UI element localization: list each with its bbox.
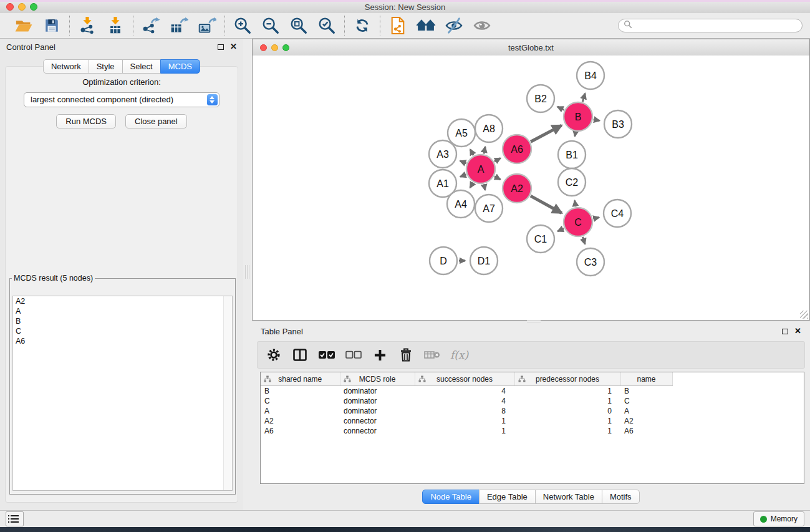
open-file-icon[interactable] <box>13 16 34 36</box>
tab-motifs[interactable]: Motifs <box>602 490 640 504</box>
home-neighbors-icon[interactable] <box>415 16 436 36</box>
mcds-result-item[interactable]: B <box>13 316 232 326</box>
search-field[interactable] <box>618 19 803 32</box>
edge-A-A8[interactable] <box>484 147 485 153</box>
window-resize-grip[interactable] <box>800 311 808 319</box>
column-header-MCDS-role[interactable]: MCDS role <box>340 372 415 386</box>
edge-A6-B[interactable] <box>531 125 561 142</box>
column-layout-icon[interactable] <box>292 346 308 364</box>
edge-C-C3[interactable] <box>583 237 586 244</box>
refresh-icon[interactable] <box>352 16 373 36</box>
control-panel-title: Control Panel <box>6 42 55 52</box>
edge-B-B2[interactable] <box>557 107 564 110</box>
table-row[interactable]: Cdominator41C <box>261 396 672 406</box>
search-input[interactable] <box>635 21 797 31</box>
add-column-icon[interactable] <box>372 346 388 364</box>
vertical-splitter-handle[interactable] <box>245 265 250 279</box>
save-session-icon[interactable] <box>41 16 62 36</box>
edge-C-C2[interactable] <box>575 201 576 207</box>
edge-A-A6[interactable] <box>494 158 501 162</box>
export-table-icon[interactable] <box>168 16 190 36</box>
export-image-icon[interactable] <box>196 16 218 36</box>
table-toolbar: f(x) <box>257 341 805 369</box>
tab-select[interactable]: Select <box>122 59 161 74</box>
node-label-B2: B2 <box>534 94 547 104</box>
tab-style[interactable]: Style <box>89 59 123 74</box>
close-panel-icon[interactable]: ✕ <box>230 44 237 50</box>
float-table-panel-icon[interactable] <box>782 329 788 334</box>
table-row[interactable]: A2connector11A2 <box>261 416 672 426</box>
task-history-button[interactable] <box>6 511 24 526</box>
network-minimize-button[interactable] <box>271 44 278 51</box>
tab-network[interactable]: Network <box>43 59 89 74</box>
edge-A-A5[interactable] <box>470 150 473 156</box>
show-graphics-details-icon[interactable] <box>471 16 493 36</box>
tab-edge-table[interactable]: Edge Table <box>479 490 536 504</box>
export-network-icon[interactable] <box>140 16 162 36</box>
table-row[interactable]: A6connector11A6 <box>261 426 672 436</box>
mcds-result-item[interactable]: C <box>13 326 232 336</box>
mcds-result-item[interactable]: A6 <box>13 336 232 346</box>
function-builder-icon[interactable]: f(x) <box>450 346 468 364</box>
scrollbar-track[interactable] <box>223 296 232 490</box>
edge-A-A4[interactable] <box>470 183 473 188</box>
network-close-button[interactable] <box>260 44 267 51</box>
import-network-icon[interactable] <box>77 16 98 36</box>
app-titlebar[interactable]: Session: New Session <box>0 0 810 14</box>
hide-graphics-details-icon[interactable] <box>443 16 465 36</box>
optimization-select[interactable]: largest connected component (directed) <box>24 92 219 107</box>
edge-A-A1[interactable] <box>460 175 466 177</box>
table-row[interactable]: Bdominator41B <box>261 386 672 397</box>
table-row[interactable]: Adominator80A <box>261 406 672 416</box>
mcds-result-list[interactable]: A2ABCA6 <box>12 296 233 491</box>
edge-A2-C[interactable] <box>531 196 562 213</box>
select-all-columns-icon[interactable] <box>318 346 335 364</box>
zoom-fit-icon[interactable] <box>288 16 309 36</box>
table-cell: A6 <box>620 426 672 436</box>
delete-column-trash-icon[interactable] <box>398 346 414 364</box>
node-table[interactable]: shared nameMCDS rolesuccessor nodesprede… <box>260 372 804 484</box>
float-panel-icon[interactable] <box>218 44 224 50</box>
network-graph[interactable]: B4B2BB3A8A5A6A3B1AC2A1A2A4A7C4CC1DD1C3 <box>253 56 809 320</box>
edge-B-B1[interactable] <box>575 132 576 137</box>
column-header-shared-name[interactable]: shared name <box>261 372 340 386</box>
zoom-in-icon[interactable] <box>232 16 253 36</box>
zoom-selected-icon[interactable] <box>316 16 337 36</box>
edge-C-C1[interactable] <box>557 228 564 231</box>
mcds-result-item[interactable]: A <box>13 306 232 316</box>
edge-A-A7[interactable] <box>484 185 485 190</box>
edge-B-B4[interactable] <box>582 94 585 102</box>
close-panel-button[interactable]: Close panel <box>125 114 187 128</box>
network-zoom-button[interactable] <box>282 44 289 51</box>
deselect-all-columns-icon[interactable] <box>345 346 362 364</box>
edge-A-A2[interactable] <box>494 177 501 180</box>
close-table-panel-icon[interactable]: ✕ <box>794 328 801 334</box>
zoom-out-icon[interactable] <box>260 16 281 36</box>
node-label-A6: A6 <box>511 144 523 155</box>
network-from-file-icon[interactable] <box>387 16 408 36</box>
delete-table-icon[interactable] <box>424 346 440 364</box>
edge-A-A3[interactable] <box>460 161 466 163</box>
node-label-B4: B4 <box>584 70 597 81</box>
node-table-grid: shared nameMCDS rolesuccessor nodesprede… <box>261 372 673 436</box>
close-window-button[interactable] <box>6 3 14 11</box>
network-window-titlebar[interactable]: testGlobe.txt <box>253 39 809 56</box>
tab-node-table[interactable]: Node Table <box>422 490 480 504</box>
desktop-wallpaper-strip <box>0 527 810 532</box>
column-header-predecessor-nodes[interactable]: predecessor nodes <box>514 372 620 386</box>
network-canvas[interactable]: B4B2BB3A8A5A6A3B1AC2A1A2A4A7C4CC1DD1C3 <box>253 56 809 320</box>
zoom-window-button[interactable] <box>30 3 37 11</box>
minimize-window-button[interactable] <box>18 3 26 11</box>
import-table-icon[interactable] <box>105 16 126 36</box>
run-mcds-button[interactable]: Run MCDS <box>56 114 116 128</box>
edge-C-C4[interactable] <box>593 218 599 219</box>
tab-mcds[interactable]: MCDS <box>160 59 200 74</box>
mcds-result-item[interactable]: A2 <box>13 296 232 306</box>
tab-network-table[interactable]: Network Table <box>535 490 602 504</box>
memory-button[interactable]: Memory <box>753 511 804 526</box>
traffic-lights <box>6 3 37 11</box>
column-header-successor-nodes[interactable]: successor nodes <box>415 372 514 386</box>
column-header-name[interactable]: name <box>620 372 672 386</box>
table-settings-gear-icon[interactable] <box>266 346 282 364</box>
edge-B-B3[interactable] <box>594 120 600 121</box>
